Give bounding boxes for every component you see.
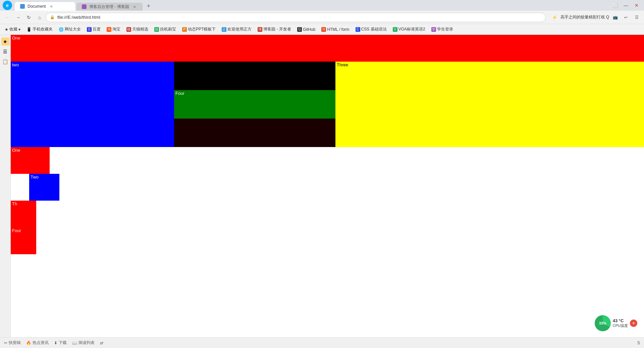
- sites-icon: 🌐: [59, 27, 64, 32]
- quickclip-icon: ✂: [4, 341, 7, 345]
- window-restore-button[interactable]: ⬜: [610, 1, 620, 10]
- bookmark-item-voa[interactable]: V VOA标准英语2: [391, 26, 427, 33]
- block-four: Four: [174, 90, 335, 119]
- mobile-icon: 📱: [26, 27, 32, 32]
- cnblogs-icon: 博: [258, 27, 262, 32]
- bookmark-item-cnblogs[interactable]: 博 博客园 - 开发者: [256, 26, 293, 33]
- tab-inactive-close-button[interactable]: ✕: [132, 4, 137, 9]
- favorites-icon: ★: [5, 27, 8, 32]
- nav-right-text: 高手之间的较量精彩打戏 Q: [560, 14, 609, 20]
- download-icon: ⬇: [54, 341, 57, 345]
- tab-active[interactable]: Document ✕: [15, 2, 75, 11]
- nav-right-area: ⚡ 高手之间的较量精彩打戏 Q 📺 ↩ ☰: [550, 13, 641, 22]
- bookmark-item-html[interactable]: H HTML / form: [319, 26, 351, 32]
- block-mid-top: [174, 62, 335, 90]
- bookmark-label: 博客园 - 开发者: [263, 26, 291, 32]
- bookmark-item-tmall[interactable]: 猫 天猫精选: [124, 26, 150, 33]
- window-close-button[interactable]: ✕: [632, 1, 641, 10]
- tablet-icon[interactable]: 📺: [610, 13, 620, 22]
- add-tab-button[interactable]: +: [144, 1, 153, 11]
- block-mid-bot: [174, 119, 335, 147]
- bookmark-item-ppt[interactable]: P 动态PPT模板下: [180, 26, 218, 33]
- browser-logo: e: [3, 1, 12, 10]
- tab-inactive[interactable]: 博客后台管理 - 博客园 ✕: [76, 3, 143, 11]
- bookmark-item-welcome[interactable]: 正 欢迎使用正方: [220, 26, 254, 33]
- cpu-temp: 43 °C: [613, 318, 628, 323]
- bottom-item-download[interactable]: ⬇ 下载: [54, 340, 67, 346]
- bookmark-item-css[interactable]: C CSS 基础语法: [354, 26, 389, 33]
- bookmark-label: HTML / form: [327, 27, 349, 32]
- bookmark-label: CSS 基础语法: [361, 26, 387, 32]
- lightning-icon[interactable]: ⚡: [550, 13, 559, 22]
- bookmark-item-favorites[interactable]: ★ 收藏 ▾: [3, 26, 22, 33]
- block-one-label: One: [12, 36, 20, 41]
- cpu-info: 43 °C CPU温度: [613, 318, 628, 328]
- small-block-four: Four: [11, 227, 36, 254]
- sidebar-icon-clipboard[interactable]: 📋: [1, 58, 9, 66]
- transfer-icon: ⇄: [100, 341, 103, 345]
- taobao-icon: 淘: [107, 27, 111, 32]
- bookmark-item-sites[interactable]: 🌐 网址大全: [57, 26, 83, 33]
- undo-icon[interactable]: ↩: [621, 13, 631, 22]
- bookmark-item-hang[interactable]: 挂 挂机刷宝: [152, 26, 178, 33]
- bookmark-label: 手机收藏夹: [33, 26, 53, 32]
- small-block-three: Th: [11, 201, 36, 227]
- sidebar-icon-star[interactable]: ★: [1, 38, 9, 46]
- css-icon: C: [356, 27, 360, 32]
- browser-sidebar: ★ ☰ 📋: [0, 35, 11, 337]
- tmall-icon: 猫: [126, 27, 131, 32]
- tab-inactive-favicon: [82, 4, 87, 9]
- home-button[interactable]: ⌂: [35, 13, 44, 22]
- s-icon: S: [637, 341, 640, 345]
- bookmark-label: 天猫精选: [132, 26, 148, 32]
- cpu-widget: 33% 43 °C CPU温度 +: [595, 315, 637, 331]
- sidebar-icon-list[interactable]: ☰: [1, 48, 9, 56]
- ppt-icon: P: [182, 27, 187, 32]
- cpu-circle: 33%: [595, 315, 611, 331]
- bottom-item-s[interactable]: S: [637, 341, 640, 345]
- bottom-item-readlist[interactable]: 📖 阅读列表: [72, 340, 95, 346]
- window-minimize-button[interactable]: —: [621, 1, 631, 10]
- cpu-percent: 33%: [599, 321, 606, 325]
- forward-button[interactable]: →: [13, 13, 23, 22]
- bottom-item-hotspot[interactable]: 🔥 热点资讯: [26, 340, 49, 346]
- github-icon: G: [297, 27, 302, 32]
- voa-icon: V: [393, 27, 397, 32]
- block-three-label: Three: [337, 62, 348, 67]
- bookmark-item-github[interactable]: G GitHub: [295, 26, 317, 32]
- readlist-label: 阅读列表: [78, 340, 95, 346]
- bookmark-label: 网址大全: [65, 26, 81, 32]
- bookmark-label: 挂机刷宝: [160, 26, 176, 32]
- address-bar[interactable]: 🔒 file:///E:/web/third.html: [46, 13, 546, 22]
- block-one: One: [11, 35, 644, 62]
- back-button[interactable]: ←: [3, 13, 12, 22]
- tab-close-button[interactable]: ✕: [49, 4, 54, 9]
- bookmark-label: 学生登录: [437, 26, 453, 32]
- quickclip-label: 快剪辑: [9, 340, 21, 346]
- bookmark-item-mobile[interactable]: 📱 手机收藏夹: [24, 26, 55, 33]
- window-controls: ⬜ — ✕: [610, 1, 641, 10]
- bookmark-item-student[interactable]: 学 学生登录: [429, 26, 455, 33]
- bottom-item-quickclip[interactable]: ✂ 快剪辑: [4, 340, 21, 346]
- menu-icon[interactable]: ☰: [632, 13, 641, 22]
- bottom-item-transfer[interactable]: ⇄: [100, 341, 103, 345]
- navigation-bar: ← → ↻ ⌂ 🔒 file:///E:/web/third.html ⚡ 高手…: [0, 11, 644, 24]
- cpu-plus-button[interactable]: +: [630, 320, 637, 327]
- page-content: One two Four Three: [11, 35, 644, 337]
- bookmark-item-taobao[interactable]: 淘 淘宝: [105, 26, 122, 33]
- bookmark-item-baidu[interactable]: 百 百度: [85, 26, 103, 33]
- bookmarks-bar: ★ 收藏 ▾ 📱 手机收藏夹 🌐 网址大全 百 百度 淘 淘宝 猫 天猫精选 挂…: [0, 24, 644, 35]
- hotspot-label: 热点资讯: [33, 340, 49, 346]
- small-block-one-label: One: [12, 148, 20, 153]
- bottom-bar: ✂ 快剪辑 🔥 热点资讯 ⬇ 下载 📖 阅读列表 ⇄ S: [0, 337, 644, 348]
- small-block-two-label: Two: [31, 175, 39, 180]
- refresh-button[interactable]: ↻: [24, 13, 34, 22]
- cpu-label: CPU温度: [613, 323, 628, 328]
- block-two: two: [11, 62, 174, 147]
- col-mid: Four: [174, 62, 335, 147]
- student-icon: 学: [431, 27, 436, 32]
- bookmark-label: 欢迎使用正方: [227, 26, 252, 32]
- download-label: 下载: [59, 340, 67, 346]
- small-block-three-label: Th: [12, 201, 17, 206]
- html-icon: H: [321, 27, 326, 32]
